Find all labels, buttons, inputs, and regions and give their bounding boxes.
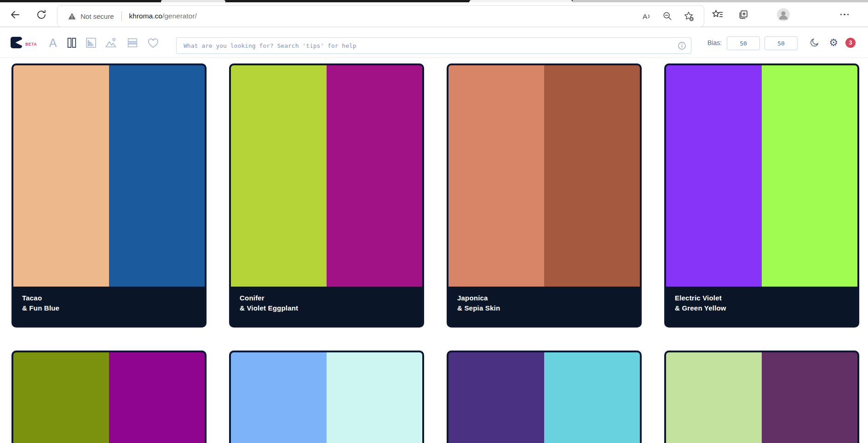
palette-label: Japonica & Sepia Skin — [448, 287, 640, 326]
palette-swatches — [448, 352, 640, 443]
palette-label: Electric Violet & Green Yellow — [666, 287, 857, 326]
collections-button[interactable] — [735, 6, 752, 23]
more-icon — [840, 14, 849, 16]
svg-text:A: A — [642, 12, 647, 20]
bias-left-input[interactable] — [727, 36, 760, 50]
palette-swatches — [13, 65, 205, 287]
swatch-left[interactable] — [448, 352, 544, 443]
browser-window: Not secure khroma.co/generator/ A — [0, 0, 868, 443]
palette-title-line2: & Sepia Skin — [457, 303, 640, 313]
swatch-left[interactable] — [666, 65, 762, 287]
security-label: Not secure — [80, 12, 114, 20]
palette-swatches — [231, 352, 422, 443]
favorites-bar-icon — [712, 9, 723, 20]
palette-grid: Tacao & Fun Blue Conifer & Violet Eggpla… — [11, 63, 859, 443]
typography-icon: A — [49, 36, 57, 49]
palette-card[interactable]: Electric Violet & Green Yellow — [664, 63, 859, 328]
moon-icon — [809, 37, 820, 48]
notification-badge[interactable]: 3 — [845, 38, 856, 48]
search-info-button[interactable] — [676, 40, 687, 51]
search-box — [176, 37, 691, 54]
swatch-right[interactable] — [109, 352, 205, 443]
settings-menu-button[interactable] — [836, 6, 853, 23]
swatch-left[interactable] — [666, 352, 762, 443]
url-text: khroma.co/generator/ — [129, 12, 197, 20]
swatch-right[interactable] — [544, 352, 640, 443]
palette-label: Conifer & Violet Eggplant — [231, 287, 422, 326]
bias-right-input[interactable] — [765, 36, 798, 50]
swatch-left[interactable] — [231, 65, 327, 287]
palette-card[interactable] — [229, 351, 424, 443]
palette-swatches — [231, 65, 422, 287]
refresh-button[interactable] — [33, 6, 50, 23]
palette-label: Tacao & Fun Blue — [13, 287, 205, 326]
swatch-right[interactable] — [762, 65, 857, 287]
palette-card[interactable]: Japonica & Sepia Skin — [447, 63, 642, 328]
swatch-right[interactable] — [544, 65, 640, 287]
search-input[interactable] — [177, 38, 691, 53]
profile-icon — [777, 8, 790, 21]
poster-icon — [66, 37, 78, 48]
back-icon — [10, 9, 21, 20]
url-host: khroma.co — [129, 12, 162, 20]
address-bar[interactable]: Not secure khroma.co/generator/ A — [57, 6, 704, 27]
bias-label: Bias: — [707, 39, 722, 46]
palette-title-line2: & Green Yellow — [675, 303, 857, 313]
image-icon — [105, 36, 117, 49]
palette-title-line1: Tacao — [22, 293, 205, 303]
palette-card[interactable]: Conifer & Violet Eggplant — [229, 63, 424, 328]
warning-icon — [68, 12, 76, 21]
swatch-right[interactable] — [109, 65, 205, 287]
add-favorite-icon — [683, 11, 694, 22]
gear-icon: ⚙ — [829, 38, 838, 48]
avatar — [777, 8, 790, 21]
palette-card[interactable] — [447, 351, 642, 443]
swatch-left[interactable] — [448, 65, 544, 287]
palette-card[interactable] — [664, 351, 859, 443]
khroma-logo[interactable] — [11, 37, 22, 48]
back-button[interactable] — [6, 6, 24, 23]
nav-favorites[interactable] — [147, 36, 160, 49]
beta-badge: BETA — [25, 42, 37, 46]
collections-icon — [738, 9, 749, 20]
nav-grid[interactable] — [127, 37, 138, 48]
url-path: /generator/ — [162, 12, 197, 20]
refresh-icon — [36, 9, 47, 20]
gradient-icon — [86, 37, 97, 48]
nav-typography[interactable]: A — [49, 36, 57, 49]
info-icon — [677, 41, 687, 51]
palette-swatches — [448, 65, 640, 287]
read-aloud-icon: A — [641, 11, 652, 22]
add-favorite-button[interactable] — [681, 8, 696, 24]
favorites-bar-button[interactable] — [708, 6, 726, 23]
heart-icon — [147, 36, 160, 49]
palette-title-line2: & Violet Eggplant — [240, 303, 422, 313]
swatch-left[interactable] — [231, 352, 327, 443]
swatch-right[interactable] — [762, 352, 857, 443]
zoom-out-button[interactable] — [660, 8, 675, 24]
swatch-left[interactable] — [13, 65, 109, 287]
grid-icon — [127, 37, 138, 48]
palette-card[interactable]: Tacao & Fun Blue — [11, 63, 207, 328]
swatch-left[interactable] — [13, 352, 109, 443]
palette-title-line2: & Fun Blue — [22, 303, 205, 313]
swatch-right[interactable] — [327, 65, 422, 287]
palette-swatches — [13, 352, 205, 443]
profile-button[interactable] — [775, 6, 792, 23]
swatch-right[interactable] — [327, 352, 422, 443]
nav-gradient[interactable] — [86, 37, 97, 48]
dark-mode-button[interactable] — [808, 37, 820, 49]
settings-button[interactable]: ⚙ — [828, 37, 839, 49]
browser-toolbar: Not secure khroma.co/generator/ A — [0, 2, 868, 27]
nav-image[interactable] — [105, 36, 117, 49]
palette-card[interactable] — [11, 351, 207, 443]
palette-swatches — [666, 352, 857, 443]
palette-swatches — [666, 65, 857, 287]
zoom-out-icon — [662, 11, 673, 21]
address-bar-actions: A — [638, 8, 698, 24]
khroma-header: BETA A — [0, 28, 868, 58]
palette-title-line1: Conifer — [240, 293, 422, 303]
read-aloud-button[interactable]: A — [638, 8, 654, 24]
address-divider — [121, 11, 122, 21]
nav-poster[interactable] — [66, 37, 78, 48]
